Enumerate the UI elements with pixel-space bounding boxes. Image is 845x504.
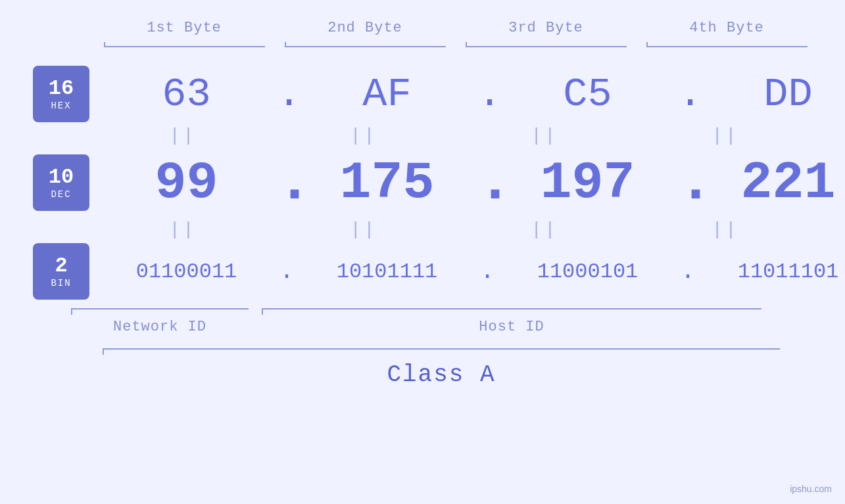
bin-badge-number: 2 [55, 254, 67, 277]
bracket-4 [637, 39, 817, 53]
byte-label-1: 1st Byte [94, 20, 275, 36]
eq-1: || [93, 126, 274, 146]
bin-val-4: 11011101 [698, 260, 845, 284]
bracket-2 [275, 39, 456, 53]
byte-label-2: 2nd Byte [275, 20, 456, 36]
host-bracket: Host ID [255, 308, 768, 335]
main-container: 1st Byte 2nd Byte 3rd Byte 4th Byte 16 H… [0, 0, 845, 504]
host-id-label: Host ID [255, 313, 768, 335]
dec-val-4: 221 [698, 153, 845, 213]
bin-values: 01100011 . 10101111 . 11000101 . 1101110… [96, 258, 845, 285]
bracket-3 [456, 39, 637, 53]
hex-badge-label: HEX [51, 101, 71, 111]
bin-dot-3: . [678, 258, 698, 285]
eq-3: || [454, 126, 635, 146]
eq2-3: || [454, 219, 635, 240]
hex-dot-3: . [678, 71, 698, 118]
dec-val-1: 99 [96, 153, 277, 213]
bin-dot-1: . [277, 258, 297, 285]
dec-row: 10 DEC 99 . 175 . 197 . 221 [33, 149, 812, 216]
hex-val-4: DD [698, 71, 845, 118]
bin-val-2: 10101111 [297, 260, 477, 284]
bin-dot-2: . [477, 258, 497, 285]
bin-val-3: 11000101 [497, 260, 678, 284]
hex-values: 63 . AF . C5 . DD [96, 71, 845, 118]
eq2-4: || [635, 219, 816, 240]
hex-dot-2: . [477, 71, 497, 118]
watermark: ipshu.com [790, 484, 832, 494]
dec-val-3: 197 [497, 153, 678, 213]
network-id-label: Network ID [64, 313, 255, 335]
dec-dot-1: . [277, 149, 297, 216]
hex-val-3: C5 [497, 71, 678, 118]
hex-badge-number: 16 [49, 77, 74, 100]
bin-val-1: 01100011 [96, 260, 277, 284]
eq2-2: || [274, 219, 454, 240]
hex-dot-1: . [277, 71, 297, 118]
equals-row-1: || || || || [64, 126, 844, 146]
hex-val-2: AF [297, 71, 477, 118]
eq-4: || [635, 126, 816, 146]
dec-badge-label: DEC [51, 189, 71, 200]
hex-row: 16 HEX 63 . AF . C5 . DD [33, 66, 812, 122]
equals-row-2: || || || || [64, 219, 844, 240]
byte-label-4: 4th Byte [637, 20, 817, 36]
dec-dot-2: . [477, 149, 497, 216]
byte-labels-row: 1st Byte 2nd Byte 3rd Byte 4th Byte [66, 20, 845, 36]
bin-badge: 2 BIN [33, 243, 89, 300]
network-host-labels: Network ID Host ID [64, 308, 844, 335]
dec-badge-number: 10 [49, 166, 74, 189]
dec-dot-3: . [678, 149, 698, 216]
byte-label-3: 3rd Byte [456, 20, 637, 36]
eq-2: || [274, 126, 454, 146]
dec-values: 99 . 175 . 197 . 221 [96, 149, 845, 216]
network-bracket: Network ID [64, 308, 255, 335]
bin-badge-label: BIN [51, 278, 71, 288]
dec-val-2: 175 [297, 153, 477, 213]
dec-badge: 10 DEC [33, 154, 89, 211]
class-bracket: Class A [96, 348, 786, 388]
bracket-1 [94, 39, 275, 53]
hex-badge: 16 HEX [33, 66, 89, 122]
bin-row: 2 BIN 01100011 . 10101111 . 11000101 . 1… [33, 243, 812, 300]
eq2-1: || [93, 219, 274, 240]
class-label: Class A [96, 355, 786, 388]
top-brackets [66, 39, 845, 53]
class-section: Class A [33, 348, 812, 388]
hex-val-1: 63 [96, 71, 277, 118]
